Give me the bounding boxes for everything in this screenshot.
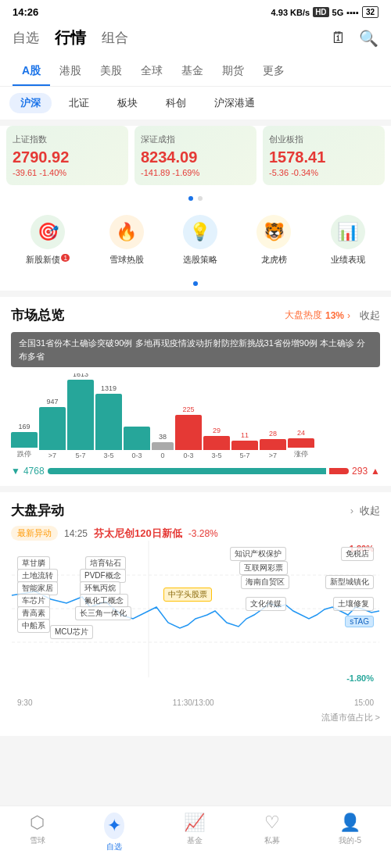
bar-3: 1319 3-5: [95, 384, 122, 459]
hot-label: 雪球热股: [109, 254, 144, 266]
battery: 32: [362, 6, 378, 18]
signal-label: 最新异动: [11, 526, 58, 541]
status-bar: 14:26 4.93 KB/s HD 5G ▪▪▪▪ 32: [0, 0, 391, 21]
xuqiu-icon: ⬡: [30, 813, 45, 833]
bar-chart-wrapper: 169 跌停 947 >7 1613 5-7 1319 3-5: [11, 373, 380, 459]
tab-global[interactable]: 全球: [131, 58, 172, 86]
big-move-section: 大盘异动 › 收起 最新异动 14:25 芬太尼创120日新低 -3.28% 1…: [0, 492, 391, 736]
bar-0: 169 跌停: [11, 423, 38, 459]
subtab-bankuai[interactable]: 板块: [106, 93, 149, 113]
big-move-chart: 1.80% 草甘膦 土地流转 智能家居 车芯片 青高素 中船系 培育钻石 PVD…: [11, 541, 380, 697]
bar-2: 1613 5-7: [67, 373, 94, 459]
tab-futures[interactable]: 期货: [213, 58, 253, 86]
status-icons: 4.93 KB/s HD 5G ▪▪▪▪ 32: [271, 6, 378, 18]
tab-a-stock[interactable]: A股: [13, 58, 50, 86]
feature-row: 🎯 新股新债1 🔥 雪球热股 💡 选股策略 🐯 龙虎榜 📊 业绩表现: [0, 205, 391, 277]
nav-zuhe[interactable]: 组合: [102, 29, 128, 47]
simu-icon: ♡: [264, 813, 280, 833]
signal-5g: 5G: [332, 8, 344, 17]
chart-xaxis: 9:30 11:30/13:00 15:00: [11, 697, 380, 709]
calendar-icon[interactable]: 🗓: [331, 29, 346, 47]
tab-more[interactable]: 更多: [253, 58, 294, 86]
xaxis-label-1: 11:30/13:00: [173, 698, 214, 707]
bottom-nav: ⬡ 雪球 ✦ 自选 📈 基金 ♡ 私募 👤 我的-5: [0, 805, 391, 868]
index-change-1: -141.89 -1.69%: [141, 168, 250, 177]
index-value-0: 2790.92: [13, 148, 122, 166]
index-change-2: -5.36 -0.34%: [269, 168, 378, 177]
progress-down: [48, 468, 326, 474]
jijin-label: 基金: [187, 835, 203, 846]
index-card-shenzh[interactable]: 深证成指 8234.09 -141.89 -1.69%: [135, 126, 256, 185]
mine-icon: 👤: [339, 813, 361, 833]
top-nav-icons: 🗓 🔍: [331, 29, 378, 48]
card-dots: [0, 191, 391, 205]
signal-bars: ▪▪▪▪: [346, 8, 359, 17]
heat-label: 大盘热度: [285, 309, 322, 322]
jijin-icon: 📈: [184, 813, 205, 833]
index-value-2: 1578.41: [269, 148, 378, 166]
signal-text: 芬太尼创120日新低: [94, 527, 182, 541]
tab-us-stock[interactable]: 美股: [91, 58, 131, 86]
heat-badge[interactable]: 大盘热度 13% ›: [285, 309, 350, 322]
nav-xuqiu[interactable]: ⬡ 雪球: [30, 813, 45, 852]
xaxis-label-0: 9:30: [17, 698, 32, 707]
feature-strategy[interactable]: 💡 选股策略: [183, 215, 217, 266]
heat-value: 13%: [325, 310, 344, 321]
stats-row: ▼ 4768 293 ▲: [11, 466, 380, 477]
subtab-kechuang[interactable]: 科创: [155, 93, 197, 113]
down-total: 4768: [23, 466, 45, 477]
overview-collapse[interactable]: 收起: [360, 309, 380, 323]
big-move-collapse[interactable]: 收起: [360, 504, 380, 518]
nav-simu[interactable]: ♡ 私募: [264, 813, 280, 852]
subtab-hushen[interactable]: 沪深: [9, 93, 52, 113]
big-move-arrow[interactable]: ›: [350, 505, 353, 516]
big-move-title: 大盘异动: [11, 502, 64, 520]
bar-10: 24 涨停: [288, 429, 314, 459]
feature-longhu[interactable]: 🐯 龙虎榜: [256, 215, 291, 266]
nav-jijin[interactable]: 📈 基金: [184, 813, 205, 852]
index-title-1: 深证成指: [141, 134, 250, 145]
market-tabs: A股 港股 美股 全球 基金 期货 更多: [0, 58, 391, 87]
nav-mine[interactable]: 👤 我的-5: [339, 813, 361, 852]
section-dots: [0, 277, 391, 291]
sub-tabs: 沪深 北证 板块 科创 沪深港通: [0, 87, 391, 120]
simu-label: 私募: [264, 835, 280, 846]
subtab-hushengangtong[interactable]: 沪深港通: [203, 93, 266, 113]
nav-zixuan-bottom[interactable]: ✦ 自选: [104, 813, 124, 852]
signal-change: -3.28%: [188, 528, 218, 539]
nav-hangqing[interactable]: 行情: [55, 27, 86, 48]
tab-fund[interactable]: 基金: [172, 58, 213, 86]
index-card-shangzheng[interactable]: 上证指数 2790.92 -39.61 -1.40%: [6, 126, 128, 185]
feature-ipo[interactable]: 🎯 新股新债1: [26, 215, 70, 266]
strategy-icon: 💡: [183, 215, 217, 249]
bar-7: 29 3-5: [203, 427, 230, 459]
longhu-label: 龙虎榜: [261, 254, 287, 266]
progress-up: [329, 468, 349, 474]
tab-hk-stock[interactable]: 港股: [50, 58, 91, 86]
top-nav: 自选 行情 组合 🗓 🔍: [0, 21, 391, 58]
index-value-1: 8234.09: [141, 148, 250, 166]
chart-svg: [11, 541, 380, 677]
feature-hot[interactable]: 🔥 雪球热股: [109, 215, 144, 266]
subtab-beizh[interactable]: 北证: [58, 93, 100, 113]
index-title-0: 上证指数: [13, 134, 122, 145]
heat-arrow: ›: [347, 310, 350, 321]
longhu-icon: 🐯: [256, 215, 291, 249]
bar-6: 225 0-3: [175, 405, 202, 459]
performance-label: 业绩表现: [331, 254, 365, 266]
bottom-spacer: [0, 742, 391, 805]
search-icon[interactable]: 🔍: [359, 29, 378, 48]
chart-top-label: 1.80%: [350, 544, 374, 553]
nav-items: 自选 行情 组合: [13, 27, 128, 48]
overview-header: 市场总览 大盘热度 13% › 收起: [11, 306, 380, 324]
bar-4: 0-3: [124, 425, 150, 459]
big-move-header: 大盘异动 › 收起: [11, 502, 380, 520]
bar-chart: 169 跌停 947 >7 1613 5-7 1319 3-5: [11, 373, 380, 459]
feature-performance[interactable]: 📊 业绩表现: [331, 215, 365, 266]
mine-label: 我的-5: [339, 835, 361, 846]
xaxis-label-2: 15:00: [354, 698, 374, 707]
dot-1: [188, 196, 193, 201]
nav-zixuan[interactable]: 自选: [13, 29, 39, 47]
index-card-chuangye[interactable]: 创业板指 1578.41 -5.36 -0.34%: [263, 126, 385, 185]
up-arrow: ▲: [371, 466, 380, 477]
